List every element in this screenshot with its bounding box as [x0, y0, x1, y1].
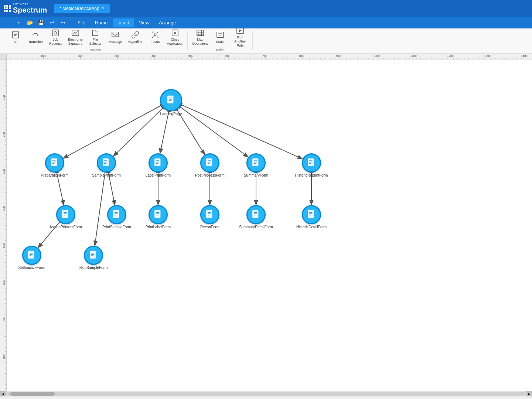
- message-icon: [110, 31, 120, 39]
- svg-line-24: [113, 108, 163, 156]
- ribbon-btn-map-operations[interactable]: Map Operations: [191, 29, 210, 48]
- node-postprocessform[interactable]: [200, 153, 219, 173]
- scroll-right-btn[interactable]: ▶: [526, 391, 532, 396]
- bottom-bar: ◀ ▶: [0, 391, 532, 396]
- ribbon: Form Transition Job Request: [0, 28, 532, 54]
- scrollbar-track[interactable]: [7, 392, 525, 396]
- svg-rect-0: [13, 31, 19, 38]
- add-icon[interactable]: +: [14, 18, 24, 27]
- node-label-historicdetailform: HistoricDetailForm: [296, 225, 327, 229]
- node-printlabelform[interactable]: [149, 205, 168, 224]
- node-label-setinactiveform: SetInactiveForm: [18, 266, 45, 270]
- ruler-vertical: [0, 59, 7, 391]
- svg-rect-4: [52, 30, 59, 36]
- node-labelprintform[interactable]: [149, 153, 168, 173]
- ribbon-btn-focus[interactable]: Focus: [146, 29, 165, 48]
- transition-icon: [30, 31, 41, 39]
- ribbon-btn-job-request[interactable]: Job Request: [46, 29, 65, 48]
- node-historicdetailform[interactable]: [302, 205, 321, 224]
- ribbon-btn-file-selector[interactable]: File Selector: [86, 29, 105, 48]
- node-label-postprocessform: PostProcessForm: [195, 173, 224, 177]
- ruler-corner: [0, 54, 7, 59]
- menu-insert[interactable]: Insert: [113, 18, 134, 27]
- ribbon-btn-close-application[interactable]: Close Application: [166, 29, 185, 48]
- node-label-skipsampleform: SkipSampleForm: [79, 266, 108, 270]
- node-sampleprintform[interactable]: [97, 153, 116, 173]
- ribbon-btn-hyperlink[interactable]: Hyperlink: [126, 29, 145, 48]
- ribbon-btn-transition[interactable]: Transition: [26, 29, 45, 48]
- svg-line-31: [95, 173, 105, 246]
- electronic-signature-icon: [70, 29, 81, 37]
- static-icon: [215, 31, 225, 39]
- rules-group-label: Rules: [216, 48, 224, 52]
- scroll-left-btn[interactable]: ◀: [0, 391, 6, 396]
- ribbon-group-rules: Map Operations Static Run Another Rule R…: [188, 28, 253, 53]
- menu-file[interactable]: File: [73, 18, 90, 27]
- ribbon-btn-message[interactable]: Message: [106, 29, 125, 48]
- logo: Loftware Spectrum: [4, 2, 47, 14]
- menu-home[interactable]: Home: [91, 18, 112, 27]
- open-icon[interactable]: 📂: [25, 18, 35, 27]
- canvas-area[interactable]: LandingPage PreparationForm SamplePrintF…: [7, 59, 532, 391]
- undo-icon[interactable]: ↩: [47, 18, 57, 27]
- ribbon-btn-form[interactable]: Form: [6, 29, 25, 48]
- node-label-printsampleform: PrintSampleForm: [102, 225, 131, 229]
- run-another-rule-icon: [235, 27, 245, 35]
- ruler-horizontal: [0, 54, 532, 59]
- node-skipsampleform[interactable]: [84, 246, 103, 265]
- node-label-assignprintersform: AssignPrintersForm: [50, 225, 82, 229]
- node-label-summaryform: SummaryForm: [244, 173, 268, 177]
- main-layout: LandingPage PreparationForm SamplePrintF…: [0, 59, 532, 391]
- ruler-canvas-horizontal: [7, 54, 532, 59]
- app-grid-icon: [4, 5, 11, 12]
- spectrum-text: Spectrum: [13, 6, 47, 14]
- person-icon[interactable]: 👤: [3, 18, 13, 27]
- ribbon-btn-run-another-rule[interactable]: Run Another Rule: [231, 29, 250, 48]
- node-label-labelprintform: LabelPrintForm: [146, 173, 171, 177]
- node-summarydetailform[interactable]: [246, 205, 266, 224]
- node-summaryform[interactable]: [246, 153, 266, 173]
- node-label-historicreprintform: HistoricReprintForm: [295, 173, 328, 177]
- loftware-text: Loftware: [13, 2, 47, 6]
- ribbon-btn-static[interactable]: Static: [211, 29, 230, 48]
- node-preparationform[interactable]: [45, 153, 64, 173]
- node-landingpage[interactable]: [160, 89, 182, 111]
- menu-view[interactable]: View: [134, 18, 154, 27]
- node-label-printlabelform: PrintLabelForm: [146, 225, 171, 229]
- app-tab-label: * MedicalDeviceApp: [59, 6, 99, 11]
- node-printsampleform[interactable]: [107, 205, 126, 224]
- svg-rect-17: [217, 32, 224, 38]
- actions-group-label: Actions: [90, 48, 101, 52]
- focus-icon: [150, 31, 160, 39]
- svg-point-8: [154, 34, 156, 36]
- ribbon-btn-electronic-signature[interactable]: Electronic Signature: [66, 29, 85, 48]
- node-historicreprintform[interactable]: [302, 153, 321, 173]
- svg-line-25: [160, 111, 169, 153]
- scrollbar-horizontal[interactable]: ◀ ▶: [0, 391, 532, 396]
- svg-line-23: [63, 105, 161, 158]
- save-icon[interactable]: 💾: [36, 18, 46, 27]
- node-reconform[interactable]: [200, 205, 219, 224]
- scrollbar-thumb[interactable]: [10, 392, 55, 396]
- menu-nav: File Home Insert View Arrange: [73, 18, 180, 27]
- form-icon: [10, 31, 21, 39]
- tab-bar: * MedicalDeviceApp ✕: [54, 4, 109, 13]
- hyperlink-icon: [130, 31, 140, 39]
- svg-rect-12: [197, 30, 204, 35]
- redo-icon[interactable]: ↪: [58, 18, 68, 27]
- menu-bar: 👤 + 📂 💾 ↩ ↪ File Home Insert View Arrang…: [0, 17, 532, 28]
- map-operations-icon: [195, 29, 205, 37]
- node-assignprintersform[interactable]: [56, 205, 75, 224]
- title-bar: Loftware Spectrum * MedicalDeviceApp ✕: [0, 0, 532, 17]
- node-setinactiveform[interactable]: [22, 246, 41, 265]
- svg-point-5: [54, 31, 57, 34]
- job-request-icon: [50, 29, 61, 37]
- node-label-summarydetailform: SummaryDetailForm: [239, 225, 273, 229]
- close-tab-icon[interactable]: ✕: [102, 6, 105, 10]
- svg-rect-7: [112, 32, 119, 37]
- app-tab-medical[interactable]: * MedicalDeviceApp ✕: [54, 4, 109, 13]
- close-application-icon: [170, 29, 180, 37]
- menu-arrange[interactable]: Arrange: [154, 18, 180, 27]
- node-label-preparationform: PreparationForm: [41, 173, 68, 177]
- svg-line-26: [177, 110, 205, 155]
